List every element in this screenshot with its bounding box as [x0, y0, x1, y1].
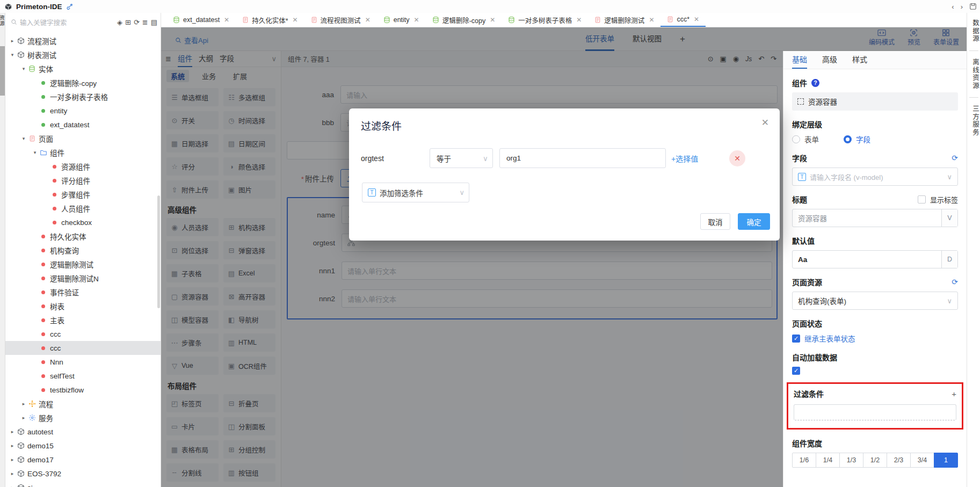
delete-condition-icon[interactable]: ✕ [729, 150, 745, 166]
palette-tab-大纲[interactable]: 大纲 [199, 51, 213, 67]
palette-subtab-系统[interactable]: 系统 [166, 70, 189, 82]
palette-tab-字段[interactable]: 字段 [220, 51, 234, 67]
palette-item-开关[interactable]: ⊙开关 [166, 111, 219, 129]
bind-radio-字段[interactable]: 字段 [844, 134, 870, 144]
palette-item-分割线[interactable]: ╌分割线 [166, 463, 219, 482]
close-tab-icon[interactable]: ✕ [365, 16, 371, 24]
aaa-input[interactable]: 请输入 [340, 85, 778, 104]
palette-item-Excel[interactable]: ▤Excel [223, 264, 275, 282]
pick-value-link[interactable]: +选择值 [671, 153, 698, 164]
inspector-tab-高级[interactable]: 高级 [822, 51, 837, 69]
show-label-checkbox[interactable]: 显示标签 [918, 194, 958, 205]
tree-item-ext_datatest[interactable]: ext_datatest [5, 118, 161, 132]
file-tab-流程视图测试[interactable]: 流程视图测试✕ [304, 13, 377, 27]
inspector-tab-样式[interactable]: 样式 [852, 51, 867, 69]
chevron-down-icon[interactable]: ∨ [271, 55, 277, 63]
code-mode-button[interactable]: 编码模式 [869, 29, 895, 46]
view-tab-默认视图[interactable]: 默认视图 [633, 27, 662, 51]
palette-item-弹窗选择[interactable]: ⊟弹窗选择 [223, 241, 275, 259]
width-option-3/4[interactable]: 3/4 [910, 453, 934, 468]
palette-subtab-扩展[interactable]: 扩展 [229, 70, 251, 82]
palette-item-步骤条[interactable]: ⋯步骤条 [166, 333, 219, 352]
tree-item-流程测试[interactable]: ▸流程测试 [5, 34, 161, 48]
autoload-checkbox[interactable]: ✓ [792, 367, 958, 375]
palette-item-卡片[interactable]: ▭卡片 [166, 417, 219, 435]
caret-down-icon[interactable]: ▾ [9, 52, 16, 57]
caret-right-icon[interactable]: ▸ [9, 471, 16, 476]
caret-right-icon[interactable]: ▸ [9, 443, 16, 448]
i18n-icon[interactable]: ◉ [733, 55, 739, 63]
caret-right-icon[interactable]: ▸ [9, 485, 16, 487]
nnn1-input[interactable]: 请输入单行文本 [342, 261, 772, 280]
caret-right-icon[interactable]: ▸ [9, 38, 16, 43]
dock-item-三方服务[interactable]: 三方服务 [967, 99, 980, 143]
width-option-1[interactable]: 1 [934, 453, 958, 468]
tree-item-机构查询[interactable]: 机构查询 [5, 243, 161, 257]
palette-item-时间选择[interactable]: ◷时间选择 [223, 111, 275, 129]
edit-link-icon[interactable] [66, 3, 73, 10]
palette-item-分割面板[interactable]: ◫分割面板 [223, 417, 275, 435]
palette-item-日期区间[interactable]: ▤日期区间 [223, 134, 275, 152]
tree-item-树表测试[interactable]: ▾树表测试 [5, 48, 161, 62]
refresh-icon[interactable]: ⟳ [952, 154, 958, 162]
caret-down-icon[interactable]: ▾ [20, 66, 27, 71]
close-tab-icon[interactable]: ✕ [649, 16, 654, 24]
bind-radio-表单[interactable]: 表单 [792, 134, 819, 144]
tree-item-实体[interactable]: ▾实体 [5, 62, 161, 76]
breadcrumb[interactable]: 组件 7, 容器 1 [288, 54, 330, 64]
tree-item-逻辑删除-copy[interactable]: 逻辑删除-copy [5, 76, 161, 90]
palette-item-多选框组[interactable]: ☷多选框组 [223, 88, 275, 106]
file-tab-一对多树表子表格[interactable]: 一对多树表子表格✕ [502, 13, 588, 27]
collapse-all-icon[interactable]: ≣ [142, 18, 148, 26]
confirm-button[interactable]: 确定 [738, 213, 770, 230]
dock-item-离线资源[interactable]: 离线资源 [967, 52, 980, 96]
palette-item-机构选择[interactable]: ⊞机构选择 [223, 218, 275, 236]
palette-item-日期选择[interactable]: ▦日期选择 [166, 134, 219, 152]
operator-select[interactable]: 等于∨ [430, 148, 493, 168]
tree-item-服务[interactable]: ▸服务 [5, 411, 161, 425]
search-input[interactable]: 输入关键字搜索 [9, 17, 115, 27]
condition-value-input[interactable]: org1 [499, 148, 666, 168]
tree-item-步骤组件[interactable]: 步骤组件 [5, 187, 161, 201]
tree-item-一对多树表子表格[interactable]: 一对多树表子表格 [5, 90, 161, 104]
add-view-button[interactable]: + [680, 34, 685, 45]
tree-scrollbar[interactable] [157, 195, 160, 308]
file-tab-ccc*[interactable]: ccc*✕ [660, 13, 706, 27]
palette-item-表格布局[interactable]: ▦表格布局 [166, 440, 219, 459]
default-value-input[interactable]: Aa D [792, 250, 958, 268]
help-question-icon[interactable]: ? [811, 79, 819, 87]
palette-menu-icon[interactable]: ≣ [165, 55, 171, 63]
field-select[interactable]: T 请输入字段名 (v-model) ∨ [792, 168, 958, 186]
tree-item-人员组件[interactable]: 人员组件 [5, 201, 161, 215]
nnn2-input[interactable]: 请输入单行文本 [342, 289, 772, 308]
tree-item-事件验证[interactable]: 事件验证 [5, 285, 161, 299]
palette-item-分组控制[interactable]: ⊞分组控制 [223, 440, 275, 459]
comment-icon[interactable]: ⊙ [708, 55, 714, 63]
palette-item-岗位选择[interactable]: ⊡岗位选择 [166, 241, 219, 259]
view-tab-低开表单[interactable]: 低开表单 [585, 27, 614, 51]
width-option-2/3[interactable]: 2/3 [887, 453, 911, 468]
width-option-1/2[interactable]: 1/2 [863, 453, 887, 468]
save-layout-icon[interactable] [969, 3, 977, 10]
file-tab-持久化实体*[interactable]: 持久化实体*✕ [236, 13, 304, 27]
default-value-toggle[interactable]: D [941, 251, 957, 268]
js-icon[interactable]: Js [745, 55, 752, 63]
palette-item-导航树[interactable]: ◧导航树 [223, 310, 275, 329]
undo-icon[interactable]: ↶ [758, 55, 764, 63]
filter-condition-input[interactable] [794, 404, 956, 420]
palette-item-模型容器[interactable]: ◫模型容器 [166, 310, 219, 329]
tree-item-逻辑删除测试[interactable]: 逻辑删除测试 [5, 257, 161, 271]
width-option-1/6[interactable]: 1/6 [792, 453, 816, 468]
activity-item-resources[interactable]: 资源 [0, 15, 5, 26]
tree-item-checkbox[interactable]: checkbox [5, 215, 161, 229]
copy-icon[interactable]: ▣ [720, 55, 727, 63]
palette-item-HTML[interactable]: ▥HTML [223, 333, 275, 352]
caret-right-icon[interactable]: ▸ [20, 401, 27, 406]
ai-icon[interactable]: ◈ [117, 18, 122, 26]
file-tab-逻辑删除测试[interactable]: 逻辑删除测试✕ [588, 13, 660, 27]
file-tab-entity[interactable]: entity✕ [377, 13, 426, 27]
palette-item-附件上传[interactable]: ⇧附件上传 [166, 180, 219, 199]
tree-item-持久化实体[interactable]: 持久化实体 [5, 229, 161, 243]
close-tab-icon[interactable]: ✕ [224, 16, 229, 24]
caret-down-icon[interactable]: ▾ [20, 136, 27, 141]
